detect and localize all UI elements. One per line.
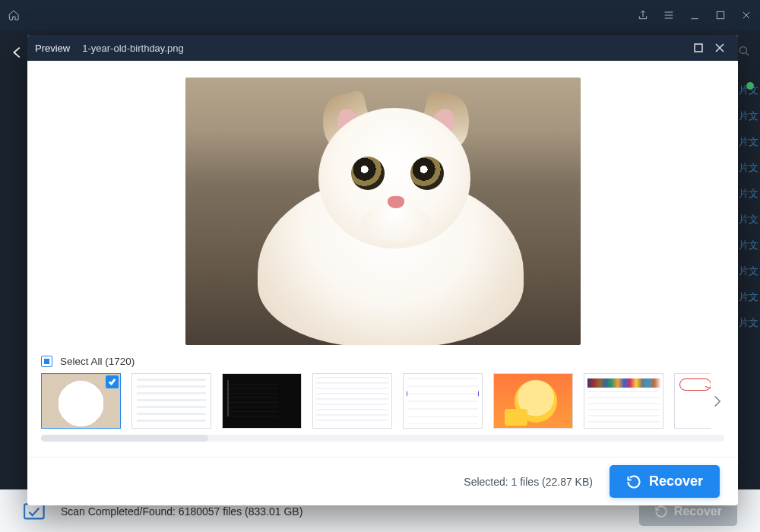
preview-title: Preview: [35, 43, 70, 54]
recover-button[interactable]: Recover: [610, 465, 720, 498]
background-file-chip: 片文: [739, 109, 760, 123]
thumb-dialog[interactable]: [403, 373, 483, 429]
search-icon[interactable]: [737, 44, 751, 61]
thumbnail-strip: [41, 373, 711, 429]
thumb-gallery[interactable]: [584, 373, 663, 429]
background-file-chip: 片文: [739, 316, 760, 330]
preview-modal: Preview 1-year-old-birthday.png Select A…: [27, 35, 738, 505]
svg-point-1: [739, 46, 746, 53]
close-icon[interactable]: [740, 9, 752, 21]
thumb-settings-1[interactable]: [131, 373, 211, 429]
preview-image: [185, 78, 581, 345]
svg-rect-0: [717, 11, 724, 18]
thumb-cat[interactable]: [41, 373, 121, 429]
preview-filename: 1-year-old-birthday.png: [82, 43, 183, 54]
thumbnails-next-icon[interactable]: [711, 373, 724, 429]
thumb-emoji[interactable]: [493, 373, 573, 429]
background-file-chip: 片文: [739, 161, 760, 175]
preview-area: [27, 61, 738, 356]
background-file-chip: 片文: [739, 213, 760, 226]
background-file-chip: 片文: [739, 264, 760, 278]
thumb-diagram[interactable]: [674, 373, 711, 429]
select-all-label: Select All (1720): [60, 356, 135, 367]
modal-close-icon[interactable]: [709, 37, 730, 59]
thumbnails-scrollbar[interactable]: [41, 435, 724, 442]
preview-modal-footer: Selected: 1 files (22.87 KB) Recover: [27, 457, 738, 505]
minimize-icon[interactable]: [689, 9, 701, 21]
svg-rect-3: [695, 44, 702, 52]
background-file-chip: 片文: [739, 135, 760, 149]
background-file-chip: 片文: [739, 84, 760, 97]
thumb-explorer[interactable]: [312, 373, 392, 429]
selected-count-text: Selected: 1 files (22.87 KB): [464, 476, 593, 488]
back-icon[interactable]: [9, 44, 26, 64]
svg-rect-2: [24, 504, 44, 518]
share-icon[interactable]: [637, 9, 649, 21]
recover-button-label: Recover: [649, 473, 703, 489]
background-file-list: 片文片文片文片文片文片文片文片文片文片文: [739, 61, 760, 502]
select-all-checkbox[interactable]: [41, 356, 52, 367]
recover-button-disabled-label: Recover: [674, 505, 722, 518]
modal-maximize-icon[interactable]: [688, 37, 709, 59]
maximize-icon[interactable]: [714, 9, 727, 21]
background-file-chip: 片文: [739, 239, 760, 252]
background-file-chip: 片文: [739, 187, 760, 201]
thumbnail-checked-icon: [106, 375, 119, 388]
app-titlebar: [0, 0, 760, 30]
home-icon[interactable]: [8, 9, 20, 21]
thumb-terminal[interactable]: [222, 373, 302, 429]
preview-modal-header: Preview 1-year-old-birthday.png: [27, 35, 738, 61]
background-file-chip: 片文: [739, 290, 760, 304]
menu-icon[interactable]: [663, 9, 675, 21]
status-text: Scan Completed/Found: 6180057 files (833…: [61, 505, 302, 518]
